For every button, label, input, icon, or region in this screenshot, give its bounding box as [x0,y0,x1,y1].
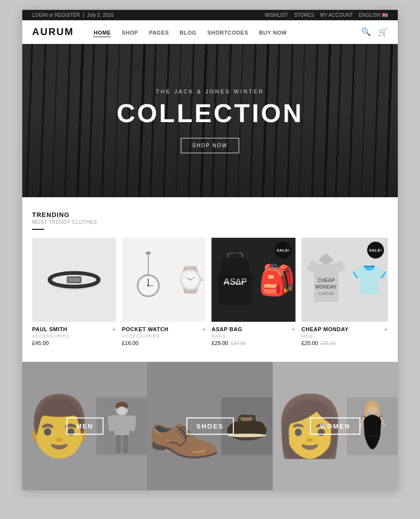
product-info-3: ASAP BAG + BAGS £29.00£34.00 [211,322,295,348]
product-add-3[interactable]: + [292,326,295,333]
hero-content: THE JACK & JONES WINTER COLLECTION SHOP … [117,88,303,153]
nav-item-home[interactable]: HOME [93,28,111,37]
product-add-4[interactable]: + [384,326,388,333]
svg-line-27 [241,418,253,418]
bag-visual: AS∆P [211,238,258,322]
my-account-link[interactable]: MY ACCOUNT [320,12,353,18]
logo[interactable]: AURUM [32,26,74,38]
product-image-3[interactable]: SALE! AS∆P [211,238,295,322]
hero-title: COLLECTION [117,98,303,128]
stores-link[interactable]: STORES [294,12,314,18]
date-text: July 5, 2016 [87,12,114,18]
svg-rect-23 [116,435,121,453]
svg-rect-24 [123,435,128,453]
top-bar-right: WISHLIST STORES MY ACCOUNT ENGLISH 🇬🇧 [265,12,388,18]
category-label-men: MEN [66,418,103,435]
product-price-1: £45.00 [32,340,116,346]
nav-icons: 🔍 🛒 [361,27,388,37]
product-name-row-1: PAUL SMITH + [32,326,116,333]
product-price-3: £29.00£34.00 [211,340,295,346]
svg-point-1 [49,273,99,287]
product-card-4: SALE! CHEAP MONDAY CHEVB CHEAP MONDAY [301,238,388,348]
trending-subtitle: MOST TRENDY CLOTHES [32,219,388,225]
sale-badge-4: SALE! [367,242,384,259]
separator: | [83,12,84,18]
svg-text:CHEVB: CHEVB [318,291,334,296]
svg-text:CHEAP: CHEAP [317,278,335,283]
cart-icon[interactable]: 🛒 [378,27,388,37]
nav-item-shortcodes[interactable]: SHORTCODES [208,28,249,37]
product-info-4: CHEAP MONDAY + MEN £20.00£35.00 [301,322,388,348]
product-add-1[interactable]: + [112,326,116,333]
product-name-row-4: CHEAP MONDAY + [301,326,388,333]
product-image-2[interactable] [122,238,206,322]
product-name-2: POCKET WATCH [122,326,168,332]
nav-item-shop[interactable]: SHOP [122,28,138,37]
nav-item-blog[interactable]: BLOG [180,28,197,37]
product-grid: PAUL SMITH + ACCESSORIES £45.00 [32,238,388,348]
svg-rect-2 [67,276,82,283]
svg-rect-10 [146,252,151,255]
product-card-3: SALE! AS∆P ASAP BAG + [211,238,295,348]
product-name-row-3: ASAP BAG + [211,326,295,333]
product-info-1: PAUL SMITH + ACCESSORIES £45.00 [32,322,116,348]
category-panel-women[interactable]: WOMEN [273,362,398,490]
product-category-1: ACCESSORIES [32,334,116,339]
product-name-row-2: POCKET WATCH + [122,326,206,333]
language-link[interactable]: ENGLISH 🇬🇧 [359,12,388,18]
sale-badge-3: SALE! [275,242,292,259]
trending-section: TRENDING MOST TRENDY CLOTHES [22,197,398,358]
svg-point-18 [117,406,127,414]
login-link[interactable]: LOGIN or REGISTER [32,12,80,18]
watch-visual [122,238,175,322]
category-label-women: WOMEN [310,418,360,435]
product-image-1[interactable] [32,238,116,322]
product-price-4: £20.00£35.00 [301,340,388,346]
shop-now-button[interactable]: SHOP NOW [181,138,239,153]
product-add-2[interactable]: + [202,326,206,333]
category-label-shoes: SHOES [186,418,234,435]
product-card-2: POCKET WATCH + ACCESSORIES £16.00 [122,238,206,348]
product-category-2: ACCESSORIES [122,334,206,339]
product-card-1: PAUL SMITH + ACCESSORIES £45.00 [32,238,116,348]
svg-rect-20 [116,415,128,434]
svg-point-34 [368,406,377,413]
category-grid: MEN SHOES [22,362,398,490]
svg-rect-21 [107,415,116,432]
svg-rect-22 [127,415,136,432]
svg-point-0 [49,273,99,287]
bracelet-visual [32,238,116,322]
category-panel-shoes[interactable]: SHOES [147,362,272,490]
svg-text:MONDAY: MONDAY [315,284,337,290]
top-bar-left: LOGIN or REGISTER | July 5, 2016 [32,12,114,18]
sweater-visual: CHEAP MONDAY CHEVB [301,238,351,322]
hero-section: THE JACK & JONES WINTER COLLECTION SHOP … [22,44,398,197]
svg-rect-3 [68,278,80,282]
product-name-1: PAUL SMITH [32,326,67,332]
product-category-3: BAGS [211,334,295,339]
product-price-2: £16.00 [122,340,206,346]
trending-title: TRENDING [32,211,388,218]
product-category-4: MEN [301,334,388,339]
section-divider [32,229,44,230]
search-icon[interactable]: 🔍 [361,27,371,37]
page-wrapper: LOGIN or REGISTER | July 5, 2016 WISHLIS… [22,10,398,490]
product-name-4: CHEAP MONDAY [301,326,348,332]
product-name-3: ASAP BAG [211,326,242,332]
hero-subtitle: THE JACK & JONES WINTER [117,88,303,94]
nav-links: HOME SHOP PAGES BLOG SHORTCODES BUY NOW [93,28,361,37]
category-panel-men[interactable]: MEN [22,362,147,490]
nav-item-buynow[interactable]: BUY NOW [259,28,287,37]
product-image-4[interactable]: SALE! CHEAP MONDAY CHEVB [301,238,388,322]
top-bar: LOGIN or REGISTER | July 5, 2016 WISHLIS… [22,10,398,20]
nav-item-pages[interactable]: PAGES [149,28,169,37]
nav: AURUM HOME SHOP PAGES BLOG SHORTCODES BU… [22,20,398,44]
product-info-2: POCKET WATCH + ACCESSORIES £16.00 [122,322,206,348]
wishlist-link[interactable]: WISHLIST [265,12,288,18]
